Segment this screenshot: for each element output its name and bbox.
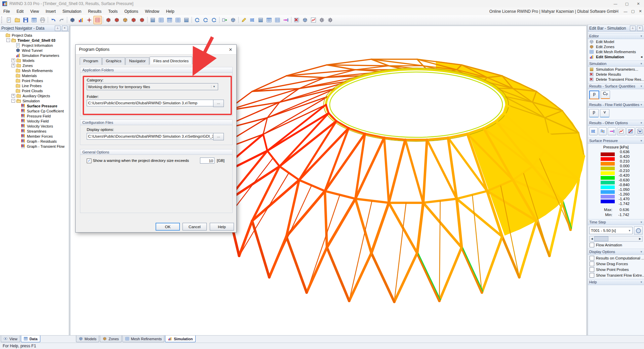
browse-display-options-button[interactable]: ... [213, 133, 224, 140]
tree-item-zones[interactable]: +Zones [0, 63, 69, 68]
section-header-display-options[interactable]: Display Options▼ [588, 249, 644, 255]
scroll-right-icon[interactable]: ▶ [638, 237, 642, 240]
collapse-icon[interactable]: - [11, 99, 15, 103]
import-model-icon[interactable] [229, 16, 237, 24]
tab-graphics[interactable]: Graphics [102, 57, 125, 65]
graph-residuals-icon[interactable] [617, 127, 626, 135]
tree-item-wind-tunnel[interactable]: Wind Tunnel [0, 48, 69, 53]
expand-icon[interactable]: + [11, 59, 15, 62]
result-tables-icon[interactable] [265, 16, 273, 24]
residual-graph-icon[interactable] [309, 16, 318, 24]
menu-item-options[interactable]: Options [121, 8, 142, 15]
toolbar-grip[interactable] [1, 16, 4, 23]
animation-settings-button[interactable] [634, 226, 643, 235]
tree-item-velocity-vectors[interactable]: Velocity Vectors [0, 124, 69, 129]
section-header-help[interactable]: Help▼ [588, 279, 644, 285]
menu-item-file[interactable]: File [0, 8, 13, 15]
expand-icon[interactable]: + [11, 64, 15, 67]
section-header-results-flow-field-quantities[interactable]: Results - Flow Field Quantities▼ [588, 102, 644, 108]
simulation-parameters-icon[interactable] [77, 16, 85, 24]
wind-tunnel-icon[interactable] [68, 16, 77, 24]
scrollbar-thumb[interactable] [594, 236, 608, 241]
tree-item-project-information[interactable]: Project Information [0, 43, 69, 48]
layer-manager-icon[interactable] [256, 16, 265, 24]
cancel-button[interactable]: Cancel [183, 223, 207, 231]
tab-files-and-directories[interactable]: Files and Directories [150, 57, 192, 64]
tree-item-project-data[interactable]: Project Data [0, 33, 69, 38]
section-header-time-step[interactable]: Time Step▼ [588, 219, 644, 225]
zone-solid-icon[interactable] [129, 16, 138, 24]
new-zone-icon[interactable] [121, 16, 129, 24]
graph-transient-flow-icon[interactable] [627, 127, 635, 135]
clipping-box-icon[interactable] [301, 16, 309, 24]
section-header-results-surface-quantities[interactable]: Results - Surface Quantities▼ [588, 83, 644, 89]
show-point-probes-checkbox[interactable] [590, 267, 594, 272]
panel-views-icon[interactable] [149, 16, 157, 24]
pin-icon[interactable]: ⊥ [55, 26, 61, 31]
close-icon[interactable]: ✕ [633, 0, 644, 7]
member-forces-icon[interactable] [608, 127, 616, 135]
project-information-icon[interactable] [30, 16, 38, 24]
probe-vector-icon[interactable] [282, 16, 290, 24]
category-select[interactable]: Working directory for temporary files ▼ [87, 83, 218, 90]
edit-bar-item-edit-mesh-refinements[interactable]: Edit Mesh Refinements [588, 49, 644, 54]
tree-item-point-clouds[interactable]: Point Clouds [0, 88, 69, 93]
viewport-tab-simulation[interactable]: Simulation [165, 336, 195, 342]
time-step-scrollbar[interactable]: ◀▶ [589, 236, 643, 242]
show-transient-flow-extre-checkbox[interactable] [590, 273, 594, 278]
results-on-computational-checkbox[interactable] [590, 256, 594, 260]
child-restore-icon[interactable]: ▢ [629, 9, 637, 13]
edit-bar-item-delete-results[interactable]: Delete Results [588, 72, 644, 77]
delete-results-icon[interactable] [292, 16, 301, 24]
scroll-left-icon[interactable]: ◀ [590, 237, 594, 240]
minimize-icon[interactable]: — [610, 0, 621, 7]
menu-item-window[interactable]: Window [142, 8, 163, 15]
tree-item-surface-cp-coefficient[interactable]: Surface Cp Coefficient [0, 108, 69, 113]
more-tools-icon[interactable] [326, 16, 334, 24]
child-close-icon[interactable]: ✕ [637, 9, 644, 13]
flow-animation-checkbox[interactable] [590, 243, 594, 247]
new-project-icon[interactable] [5, 16, 13, 24]
snap-icon[interactable] [85, 16, 93, 24]
save-icon[interactable] [22, 16, 30, 24]
tree-item-auxiliary-objects[interactable]: +Auxiliary Objects [0, 93, 69, 98]
navigator-tab-data[interactable]: Data [21, 336, 40, 342]
collapse-icon[interactable]: - [6, 38, 10, 42]
navigator-tab-view[interactable]: View [1, 336, 20, 342]
surface-pressure-results-icon[interactable] [93, 16, 102, 24]
surface-pressure-button[interactable]: p [589, 91, 599, 99]
tree-item-timber-grid-shell-03[interactable]: -Timber_Grid_Shell 03 [0, 38, 69, 43]
mesh-settings-icon[interactable] [273, 16, 282, 24]
warning-checkbox[interactable]: ✓ [87, 159, 91, 163]
tree-item-line-probes[interactable]: Line Probes [0, 83, 69, 88]
velocity-vectors-icon[interactable] [589, 127, 598, 135]
tree-item-simulation[interactable]: -Simulation [0, 98, 69, 103]
menu-item-view[interactable]: View [27, 8, 42, 15]
display-settings-icon[interactable] [318, 16, 326, 24]
display-options-field[interactable]: C:\Users\Public\Documents\Dlubal\RWIND S… [87, 133, 214, 140]
panel-table-icon[interactable] [165, 16, 174, 24]
tab-program[interactable]: Program [80, 57, 102, 65]
rotate-view-icon[interactable] [193, 16, 201, 24]
tree-item-point-probes[interactable]: Point Probes [0, 78, 69, 83]
pin-icon[interactable]: ⊥ [630, 26, 636, 31]
export-results-icon[interactable] [220, 16, 229, 24]
flow-streams-icon[interactable] [248, 16, 256, 24]
orbit-view-icon[interactable] [201, 16, 210, 24]
show-drag-forces-checkbox[interactable] [590, 261, 594, 266]
section-header-simulation[interactable]: Simulation▼ [588, 61, 644, 67]
viewport-tab-mesh-refinements[interactable]: Mesh Refinements [122, 336, 165, 342]
highlighter-icon[interactable] [240, 16, 248, 24]
time-step-select[interactable]: T001 - 5.50 [s]▼ [589, 227, 633, 234]
edit-bar-item-edit-zones[interactable]: Edit Zones [588, 44, 644, 49]
zone-section-icon[interactable] [138, 16, 146, 24]
panel-layers-icon[interactable] [182, 16, 191, 24]
ok-button[interactable]: OK [156, 223, 180, 231]
menu-item-edit[interactable]: Edit [13, 8, 27, 15]
report-icon[interactable]: W [636, 127, 644, 135]
open-project-icon[interactable] [13, 16, 22, 24]
browse-folder-button[interactable]: ... [213, 100, 224, 107]
section-header-editor[interactable]: Editor▼ [588, 33, 644, 39]
edit-bar-item-delete-transient-flow-res[interactable]: Delete Transient Flow Res... [588, 77, 644, 82]
menu-item-results[interactable]: Results [85, 8, 105, 15]
